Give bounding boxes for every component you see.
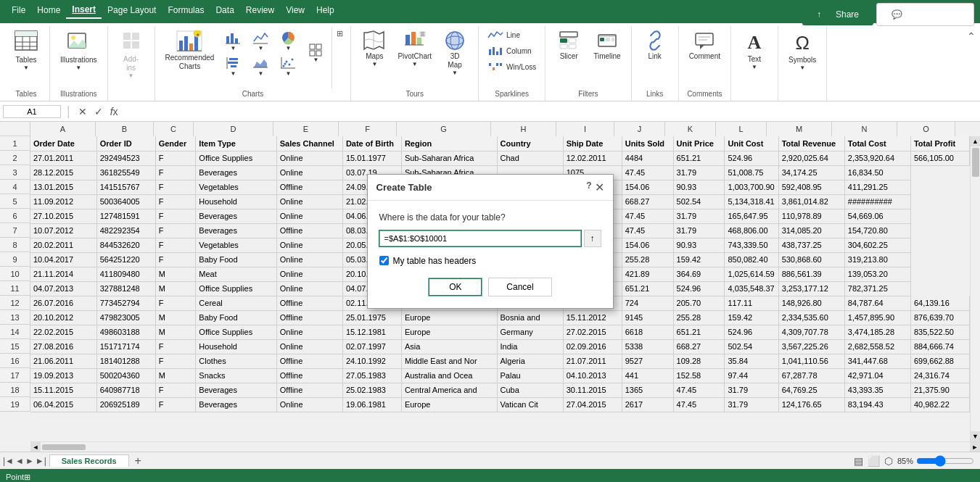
dialog-range-input[interactable] — [379, 230, 581, 246]
dialog-title-bar: Create Table ? ✕ — [368, 175, 613, 201]
dialog-question-icon[interactable]: ? — [586, 180, 591, 194]
dialog-overlay: Create Table ? ✕ Where is the data for y… — [0, 0, 980, 482]
create-table-dialog: Create Table ? ✕ Where is the data for y… — [367, 174, 614, 309]
dialog-range-select-btn[interactable]: ↑ — [584, 230, 601, 247]
dialog-body: Where is the data for your table? ↑ My t… — [368, 201, 613, 308]
dialog-headers-checkbox[interactable] — [379, 256, 389, 265]
dialog-checkbox-row: My table has headers — [379, 256, 601, 266]
dialog-ok-button[interactable]: OK — [428, 278, 482, 296]
dialog-title-controls: ? ✕ — [586, 180, 604, 194]
dialog-checkbox-label: My table has headers — [393, 256, 477, 266]
dialog-buttons: OK Cancel — [379, 278, 601, 296]
dialog-title-text: Create Table — [376, 182, 432, 193]
dialog-close-button[interactable]: ✕ — [595, 180, 604, 194]
dialog-cancel-button[interactable]: Cancel — [488, 278, 551, 296]
dialog-input-row: ↑ — [379, 230, 601, 247]
dialog-question-text: Where is the data for your table? — [379, 212, 601, 223]
